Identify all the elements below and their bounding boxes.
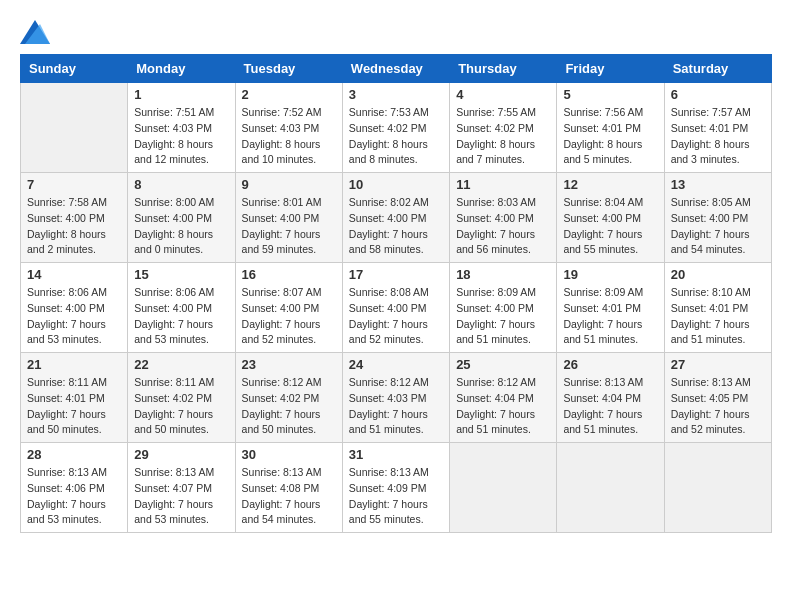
day-info: Sunrise: 8:06 AMSunset: 4:00 PMDaylight:… [134, 285, 228, 348]
weekday-header: Wednesday [342, 55, 449, 83]
weekday-header: Thursday [450, 55, 557, 83]
weekday-header: Tuesday [235, 55, 342, 83]
calendar-cell: 23Sunrise: 8:12 AMSunset: 4:02 PMDayligh… [235, 353, 342, 443]
calendar-cell: 12Sunrise: 8:04 AMSunset: 4:00 PMDayligh… [557, 173, 664, 263]
day-number: 25 [456, 357, 550, 372]
calendar-cell: 22Sunrise: 8:11 AMSunset: 4:02 PMDayligh… [128, 353, 235, 443]
day-number: 28 [27, 447, 121, 462]
day-info: Sunrise: 8:12 AMSunset: 4:03 PMDaylight:… [349, 375, 443, 438]
day-number: 18 [456, 267, 550, 282]
day-info: Sunrise: 8:05 AMSunset: 4:00 PMDaylight:… [671, 195, 765, 258]
day-number: 26 [563, 357, 657, 372]
weekday-header: Sunday [21, 55, 128, 83]
calendar-cell [21, 83, 128, 173]
calendar-cell: 29Sunrise: 8:13 AMSunset: 4:07 PMDayligh… [128, 443, 235, 533]
calendar-cell: 18Sunrise: 8:09 AMSunset: 4:00 PMDayligh… [450, 263, 557, 353]
day-number: 31 [349, 447, 443, 462]
day-number: 3 [349, 87, 443, 102]
logo [20, 20, 54, 44]
calendar-week-row: 21Sunrise: 8:11 AMSunset: 4:01 PMDayligh… [21, 353, 772, 443]
page-header [20, 20, 772, 44]
calendar-cell: 17Sunrise: 8:08 AMSunset: 4:00 PMDayligh… [342, 263, 449, 353]
calendar-week-row: 1Sunrise: 7:51 AMSunset: 4:03 PMDaylight… [21, 83, 772, 173]
day-number: 9 [242, 177, 336, 192]
calendar-cell: 10Sunrise: 8:02 AMSunset: 4:00 PMDayligh… [342, 173, 449, 263]
day-number: 8 [134, 177, 228, 192]
day-number: 24 [349, 357, 443, 372]
day-info: Sunrise: 7:56 AMSunset: 4:01 PMDaylight:… [563, 105, 657, 168]
calendar-cell: 31Sunrise: 8:13 AMSunset: 4:09 PMDayligh… [342, 443, 449, 533]
day-info: Sunrise: 8:12 AMSunset: 4:04 PMDaylight:… [456, 375, 550, 438]
day-info: Sunrise: 7:52 AMSunset: 4:03 PMDaylight:… [242, 105, 336, 168]
day-info: Sunrise: 8:09 AMSunset: 4:01 PMDaylight:… [563, 285, 657, 348]
day-number: 10 [349, 177, 443, 192]
day-info: Sunrise: 8:00 AMSunset: 4:00 PMDaylight:… [134, 195, 228, 258]
weekday-header: Monday [128, 55, 235, 83]
day-info: Sunrise: 8:06 AMSunset: 4:00 PMDaylight:… [27, 285, 121, 348]
calendar-cell [557, 443, 664, 533]
day-number: 27 [671, 357, 765, 372]
calendar-cell [664, 443, 771, 533]
day-info: Sunrise: 8:04 AMSunset: 4:00 PMDaylight:… [563, 195, 657, 258]
calendar-cell: 20Sunrise: 8:10 AMSunset: 4:01 PMDayligh… [664, 263, 771, 353]
calendar-week-row: 28Sunrise: 8:13 AMSunset: 4:06 PMDayligh… [21, 443, 772, 533]
day-number: 5 [563, 87, 657, 102]
logo-icon [20, 20, 50, 44]
day-info: Sunrise: 8:12 AMSunset: 4:02 PMDaylight:… [242, 375, 336, 438]
day-info: Sunrise: 8:01 AMSunset: 4:00 PMDaylight:… [242, 195, 336, 258]
day-number: 21 [27, 357, 121, 372]
day-number: 16 [242, 267, 336, 282]
day-number: 29 [134, 447, 228, 462]
calendar-header-row: SundayMondayTuesdayWednesdayThursdayFrid… [21, 55, 772, 83]
day-info: Sunrise: 8:13 AMSunset: 4:06 PMDaylight:… [27, 465, 121, 528]
day-info: Sunrise: 8:09 AMSunset: 4:00 PMDaylight:… [456, 285, 550, 348]
day-info: Sunrise: 8:10 AMSunset: 4:01 PMDaylight:… [671, 285, 765, 348]
calendar-cell: 8Sunrise: 8:00 AMSunset: 4:00 PMDaylight… [128, 173, 235, 263]
day-number: 7 [27, 177, 121, 192]
calendar-cell: 19Sunrise: 8:09 AMSunset: 4:01 PMDayligh… [557, 263, 664, 353]
calendar-cell: 25Sunrise: 8:12 AMSunset: 4:04 PMDayligh… [450, 353, 557, 443]
day-number: 4 [456, 87, 550, 102]
day-info: Sunrise: 8:13 AMSunset: 4:09 PMDaylight:… [349, 465, 443, 528]
day-info: Sunrise: 7:55 AMSunset: 4:02 PMDaylight:… [456, 105, 550, 168]
day-info: Sunrise: 8:02 AMSunset: 4:00 PMDaylight:… [349, 195, 443, 258]
day-info: Sunrise: 7:57 AMSunset: 4:01 PMDaylight:… [671, 105, 765, 168]
day-number: 23 [242, 357, 336, 372]
day-number: 15 [134, 267, 228, 282]
day-number: 30 [242, 447, 336, 462]
calendar-cell: 5Sunrise: 7:56 AMSunset: 4:01 PMDaylight… [557, 83, 664, 173]
day-info: Sunrise: 8:11 AMSunset: 4:01 PMDaylight:… [27, 375, 121, 438]
calendar-cell: 28Sunrise: 8:13 AMSunset: 4:06 PMDayligh… [21, 443, 128, 533]
day-number: 13 [671, 177, 765, 192]
day-number: 14 [27, 267, 121, 282]
day-number: 17 [349, 267, 443, 282]
day-info: Sunrise: 8:13 AMSunset: 4:04 PMDaylight:… [563, 375, 657, 438]
calendar-cell: 2Sunrise: 7:52 AMSunset: 4:03 PMDaylight… [235, 83, 342, 173]
day-number: 1 [134, 87, 228, 102]
day-info: Sunrise: 8:03 AMSunset: 4:00 PMDaylight:… [456, 195, 550, 258]
calendar-cell: 7Sunrise: 7:58 AMSunset: 4:00 PMDaylight… [21, 173, 128, 263]
calendar-cell: 27Sunrise: 8:13 AMSunset: 4:05 PMDayligh… [664, 353, 771, 443]
calendar: SundayMondayTuesdayWednesdayThursdayFrid… [20, 54, 772, 533]
calendar-cell: 14Sunrise: 8:06 AMSunset: 4:00 PMDayligh… [21, 263, 128, 353]
calendar-cell [450, 443, 557, 533]
weekday-header: Friday [557, 55, 664, 83]
calendar-week-row: 7Sunrise: 7:58 AMSunset: 4:00 PMDaylight… [21, 173, 772, 263]
calendar-cell: 16Sunrise: 8:07 AMSunset: 4:00 PMDayligh… [235, 263, 342, 353]
day-number: 2 [242, 87, 336, 102]
day-info: Sunrise: 7:58 AMSunset: 4:00 PMDaylight:… [27, 195, 121, 258]
day-info: Sunrise: 8:08 AMSunset: 4:00 PMDaylight:… [349, 285, 443, 348]
calendar-cell: 11Sunrise: 8:03 AMSunset: 4:00 PMDayligh… [450, 173, 557, 263]
day-number: 11 [456, 177, 550, 192]
calendar-cell: 9Sunrise: 8:01 AMSunset: 4:00 PMDaylight… [235, 173, 342, 263]
day-info: Sunrise: 7:51 AMSunset: 4:03 PMDaylight:… [134, 105, 228, 168]
day-number: 22 [134, 357, 228, 372]
day-info: Sunrise: 8:13 AMSunset: 4:07 PMDaylight:… [134, 465, 228, 528]
calendar-cell: 3Sunrise: 7:53 AMSunset: 4:02 PMDaylight… [342, 83, 449, 173]
calendar-cell: 15Sunrise: 8:06 AMSunset: 4:00 PMDayligh… [128, 263, 235, 353]
day-info: Sunrise: 8:13 AMSunset: 4:08 PMDaylight:… [242, 465, 336, 528]
day-info: Sunrise: 8:13 AMSunset: 4:05 PMDaylight:… [671, 375, 765, 438]
day-info: Sunrise: 8:11 AMSunset: 4:02 PMDaylight:… [134, 375, 228, 438]
day-number: 12 [563, 177, 657, 192]
calendar-cell: 30Sunrise: 8:13 AMSunset: 4:08 PMDayligh… [235, 443, 342, 533]
